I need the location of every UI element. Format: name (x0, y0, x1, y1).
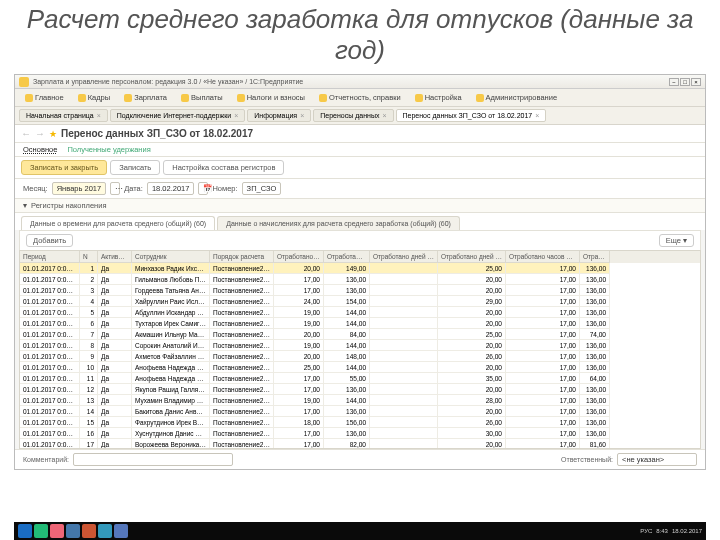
table-row[interactable]: 01.01.2017 0:00:003ДаГордеева Татьяна Ан… (20, 285, 700, 296)
app-shortcut-icon[interactable] (82, 524, 96, 538)
column-header[interactable]: Отработано дней по пятидне... (438, 251, 506, 263)
window-controls[interactable]: −□× (668, 77, 701, 86)
table-row[interactable]: 01.01.2017 0:00:004ДаХайруллин Раис Исла… (20, 296, 700, 307)
table-row[interactable]: 01.01.2017 0:00:002ДаГильманов Любовь Па… (20, 274, 700, 285)
table-row[interactable]: 01.01.2017 0:00:006ДаТухтаров Ирек Самиг… (20, 318, 700, 329)
windows-taskbar[interactable]: РУС 8:43 18.02.2017 (14, 522, 706, 540)
app-shortcut-icon[interactable] (66, 524, 80, 538)
table-row[interactable]: 01.01.2017 0:00:0014ДаБакитова Данис Анв… (20, 406, 700, 417)
cell (370, 417, 438, 428)
menu-item[interactable]: Настройка (409, 91, 468, 104)
window-titlebar: Зарплата и управление персоналом: редакц… (15, 75, 705, 89)
register-settings-button[interactable]: Настройка состава регистров (163, 160, 284, 175)
tab[interactable]: Переносы данных× (313, 109, 393, 122)
favorite-star-icon[interactable]: ★ (49, 129, 57, 139)
table-row[interactable]: 01.01.2017 0:00:007ДаАкмашин Ильнур Мар.… (20, 329, 700, 340)
table-row[interactable]: 01.01.2017 0:00:009ДаАхметов Файзаллин Х… (20, 351, 700, 362)
cell: 01.01.2017 0:00:00 (20, 439, 80, 448)
menu-item[interactable]: Кадры (72, 91, 116, 104)
table-row[interactable]: 01.01.2017 0:00:0016ДаХуснутдинов Данис … (20, 428, 700, 439)
column-header[interactable]: Отработано д... (274, 251, 324, 263)
grid-body[interactable]: 01.01.2017 0:00:001ДаМинхазов Радик Ихса… (20, 263, 700, 448)
number-input[interactable]: ЗП_СЗО (242, 182, 282, 195)
cell: Анофьева Надежда Бо... (132, 362, 210, 373)
save-button[interactable]: Записать (110, 160, 160, 175)
register-tab[interactable]: Данные о времени для расчета среднего (о… (21, 216, 215, 230)
responsible-input[interactable]: <не указан> (617, 453, 697, 466)
column-header[interactable]: Отраб... (580, 251, 610, 263)
table-row[interactable]: 01.01.2017 0:00:0011ДаАнофьева Надежда Я… (20, 373, 700, 384)
subnav-deductions[interactable]: Полученные удержания (67, 145, 150, 154)
cell: Постановление2010 (210, 307, 274, 318)
date-input[interactable]: 18.02.2017 (147, 182, 195, 195)
language-indicator[interactable]: РУС (640, 528, 652, 534)
column-header[interactable]: Отработано дней по шестидне... (370, 251, 438, 263)
column-header[interactable]: Отработано часов по пятидн... (506, 251, 580, 263)
save-and-close-button[interactable]: Записать и закрыть (21, 160, 107, 175)
tab[interactable]: Информация× (247, 109, 311, 122)
month-picker-icon[interactable]: ⋯ (110, 182, 120, 195)
cell: 19,00 (274, 318, 324, 329)
nav-forward-icon[interactable]: → (35, 128, 45, 139)
table-row[interactable]: 01.01.2017 0:00:001ДаМинхазов Радик Ихса… (20, 263, 700, 274)
table-row[interactable]: 01.01.2017 0:00:0015ДаФахрутдинов Ирек В… (20, 417, 700, 428)
taskbar-tray[interactable]: РУС 8:43 18.02.2017 (640, 528, 702, 534)
tab[interactable]: Перенос данных ЗП_СЗО от 18.02.2017× (396, 109, 547, 122)
cell: 136,00 (580, 340, 610, 351)
column-header[interactable]: Период (20, 251, 80, 263)
app-shortcut-icon[interactable] (114, 524, 128, 538)
comment-input[interactable] (73, 453, 233, 466)
cell: 01.01.2017 0:00:00 (20, 318, 80, 329)
table-row[interactable]: 01.01.2017 0:00:005ДаАбдуллин Искандар А… (20, 307, 700, 318)
date-picker-icon[interactable]: 📅 (198, 182, 208, 195)
table-row[interactable]: 01.01.2017 0:00:008ДаСорокин Анатолий Ив… (20, 340, 700, 351)
add-row-button[interactable]: Добавить (26, 234, 73, 247)
cell: Да (98, 307, 132, 318)
table-row[interactable]: 01.01.2017 0:00:0010ДаАнофьева Надежда Б… (20, 362, 700, 373)
registers-accordion[interactable]: ▾ Регистры накопления (15, 199, 705, 213)
menu-item[interactable]: Налоги и взносы (231, 91, 311, 104)
cell: Постановление2010 (210, 417, 274, 428)
taskbar-apps[interactable] (18, 524, 128, 538)
cell: 144,00 (324, 307, 370, 318)
register-tab[interactable]: Данные о начислениях для расчета среднег… (217, 216, 460, 230)
month-input[interactable]: Январь 2017 (52, 182, 106, 195)
app-shortcut-icon[interactable] (98, 524, 112, 538)
cell: 84,00 (324, 329, 370, 340)
menu-item[interactable]: Администрирование (470, 91, 564, 104)
cell: 136,00 (580, 296, 610, 307)
close-icon[interactable]: × (234, 112, 238, 119)
cell: Да (98, 428, 132, 439)
nav-back-icon[interactable]: ← (21, 128, 31, 139)
app-shortcut-icon[interactable] (34, 524, 48, 538)
subnav-main[interactable]: Основное (23, 145, 57, 154)
menu-item[interactable]: Отчетность, справки (313, 91, 407, 104)
more-button[interactable]: Еще ▾ (659, 234, 694, 247)
menu-item[interactable]: Выплаты (175, 91, 229, 104)
cell: 26,00 (438, 417, 506, 428)
cell: Постановление2010 (210, 351, 274, 362)
column-header[interactable]: Активность (98, 251, 132, 263)
table-row[interactable]: 01.01.2017 0:00:0017ДаВорожеева Вероника… (20, 439, 700, 448)
table-row[interactable]: 01.01.2017 0:00:0013ДаМухамин Владимир Я… (20, 395, 700, 406)
app-shortcut-icon[interactable] (50, 524, 64, 538)
start-icon[interactable] (18, 524, 32, 538)
tab[interactable]: Начальная страница× (19, 109, 108, 122)
menu-item[interactable]: Главное (19, 91, 70, 104)
cell: 01.01.2017 0:00:00 (20, 362, 80, 373)
accordion-label: Регистры накопления (31, 201, 106, 210)
cell: 20,00 (438, 384, 506, 395)
close-icon[interactable]: × (535, 112, 539, 119)
table-row[interactable]: 01.01.2017 0:00:0012ДаЯкупов Рашид Галля… (20, 384, 700, 395)
close-icon[interactable]: × (97, 112, 101, 119)
menu-item[interactable]: Зарплата (118, 91, 173, 104)
cell: Постановление2010 (210, 296, 274, 307)
close-icon[interactable]: × (300, 112, 304, 119)
close-icon[interactable]: × (382, 112, 386, 119)
column-header[interactable]: Сотрудник (132, 251, 210, 263)
column-header[interactable]: N (80, 251, 98, 263)
column-header[interactable]: Отработано ч... (324, 251, 370, 263)
tab[interactable]: Подключение Интернет-поддержки× (110, 109, 245, 122)
cell: 136,00 (580, 384, 610, 395)
column-header[interactable]: Порядок расчета (210, 251, 274, 263)
